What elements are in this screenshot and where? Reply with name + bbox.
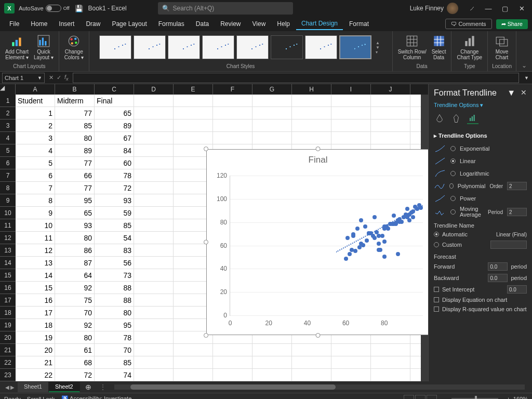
embedded-chart[interactable]: Final 020406080100120020406080 <box>206 149 428 335</box>
cell[interactable] <box>371 356 410 368</box>
cell[interactable]: 85 <box>95 219 134 231</box>
data-point[interactable] <box>345 236 350 240</box>
cell[interactable] <box>331 344 371 356</box>
trendline-linear-option[interactable]: Linear <box>434 155 527 167</box>
data-point[interactable] <box>407 218 411 222</box>
menu-data[interactable]: Data <box>191 18 214 30</box>
cell[interactable]: 16 <box>16 294 55 306</box>
select-all-corner[interactable]: ◢ <box>0 84 16 95</box>
cell[interactable] <box>292 119 331 131</box>
column-header[interactable]: G <box>252 84 292 95</box>
tab-nav-prev-icon[interactable]: ◀ <box>5 384 9 390</box>
cell[interactable] <box>331 107 371 119</box>
switch-row-column-button[interactable]: Switch Row/ Column <box>397 33 428 61</box>
chart-style-thumb[interactable] <box>305 35 337 59</box>
trendline-polynomial-option[interactable]: Polynomial Order <box>434 180 527 192</box>
cell[interactable]: 64 <box>55 269 95 281</box>
cell[interactable] <box>331 95 371 107</box>
cell[interactable]: 77 <box>55 107 95 119</box>
cell[interactable]: 6 <box>16 169 55 181</box>
cancel-formula-icon[interactable]: ✕ <box>49 74 54 81</box>
cell[interactable]: 95 <box>55 194 95 206</box>
cell[interactable]: 74 <box>95 369 134 381</box>
cell[interactable]: 14 <box>16 269 55 281</box>
cell[interactable] <box>134 307 174 318</box>
cell[interactable]: 5 <box>16 157 55 169</box>
cell[interactable] <box>252 119 292 131</box>
cell[interactable] <box>331 119 371 131</box>
name-box[interactable]: Chart 1▼ <box>2 73 45 83</box>
sheet-tab[interactable]: Sheet2 <box>49 382 80 392</box>
row-header[interactable]: 15 <box>0 269 16 282</box>
cell[interactable]: Final <box>95 95 134 107</box>
trendline-name-custom[interactable]: Custom <box>434 239 527 250</box>
cell[interactable]: 89 <box>55 144 95 156</box>
trendline-moving-average-option[interactable]: Moving Average Period <box>434 205 527 219</box>
chart-style-thumb[interactable] <box>271 35 303 59</box>
data-point[interactable] <box>394 222 398 226</box>
cell[interactable]: 92 <box>55 319 95 331</box>
cell[interactable]: 85 <box>55 119 95 131</box>
avatar[interactable] <box>447 3 458 14</box>
trendline-logarithmic-option[interactable]: Logarithmic <box>434 167 527 180</box>
cell[interactable] <box>134 144 174 156</box>
cell[interactable]: 9 <box>16 207 55 219</box>
trendline-power-option[interactable]: Power <box>434 192 527 205</box>
cell[interactable]: 65 <box>55 207 95 219</box>
cell[interactable] <box>134 207 174 219</box>
effects-tab-icon[interactable] <box>450 113 462 124</box>
data-point[interactable] <box>344 257 348 261</box>
chart-style-thumb[interactable] <box>236 35 269 59</box>
collapse-ribbon-icon[interactable]: ⌄ <box>516 60 532 71</box>
set-intercept-input[interactable] <box>507 285 527 294</box>
cell[interactable]: 83 <box>95 244 134 256</box>
cell[interactable] <box>292 369 331 381</box>
row-header[interactable]: 4 <box>0 132 16 144</box>
pane-options-icon[interactable]: ▼ <box>507 88 515 98</box>
cell[interactable] <box>134 219 174 231</box>
display-r-squared-option[interactable]: Display R-squared value on chart <box>434 304 527 314</box>
share-button[interactable]: ➦ Share <box>496 19 528 29</box>
cell[interactable] <box>134 344 174 356</box>
row-header[interactable]: 7 <box>0 169 16 182</box>
cell[interactable]: 19 <box>16 331 55 343</box>
cell[interactable] <box>134 232 174 244</box>
cell[interactable]: 72 <box>95 182 134 194</box>
maximize-icon[interactable]: ▢ <box>497 0 513 17</box>
cell[interactable]: 85 <box>95 356 134 368</box>
cell[interactable]: 88 <box>95 294 134 306</box>
cell[interactable]: 72 <box>55 369 95 381</box>
data-point[interactable] <box>411 215 415 219</box>
cell[interactable]: 12 <box>16 244 55 256</box>
chart-style-thumb[interactable] <box>168 35 200 59</box>
cell[interactable] <box>134 95 174 107</box>
column-header[interactable]: A <box>16 84 55 95</box>
pane-subtitle[interactable]: Trendline Options ▾ <box>434 102 527 109</box>
cell[interactable] <box>134 369 174 381</box>
row-header[interactable]: 17 <box>0 294 16 307</box>
cell[interactable]: 20 <box>16 344 55 356</box>
add-sheet-button[interactable]: ⊕ <box>80 383 97 391</box>
cell[interactable]: 59 <box>95 207 134 219</box>
data-point[interactable] <box>363 224 367 229</box>
moving-average-period-input[interactable] <box>507 208 527 216</box>
menu-draw[interactable]: Draw <box>81 18 105 30</box>
data-point[interactable] <box>348 252 352 256</box>
cell[interactable]: 3 <box>16 132 55 144</box>
cell[interactable]: 18 <box>16 319 55 331</box>
autosave-toggle[interactable] <box>46 5 61 12</box>
data-point[interactable] <box>373 215 377 219</box>
row-header[interactable]: 1 <box>0 95 16 107</box>
row-header[interactable]: 19 <box>0 319 16 331</box>
data-point[interactable] <box>371 234 375 238</box>
data-point[interactable] <box>405 207 409 211</box>
set-intercept-option[interactable]: Set Intercept <box>434 284 527 295</box>
cell[interactable]: 54 <box>95 232 134 244</box>
trendline-name-automatic[interactable]: Automatic Linear (Final) <box>434 230 527 239</box>
horizontal-scrollbar[interactable] <box>114 384 525 390</box>
data-point[interactable] <box>382 255 387 259</box>
cell[interactable]: 70 <box>95 344 134 356</box>
search-input[interactable]: 🔍 Search (Alt+Q) <box>158 2 293 15</box>
row-header[interactable]: 16 <box>0 282 16 294</box>
cell[interactable]: 73 <box>95 269 134 281</box>
